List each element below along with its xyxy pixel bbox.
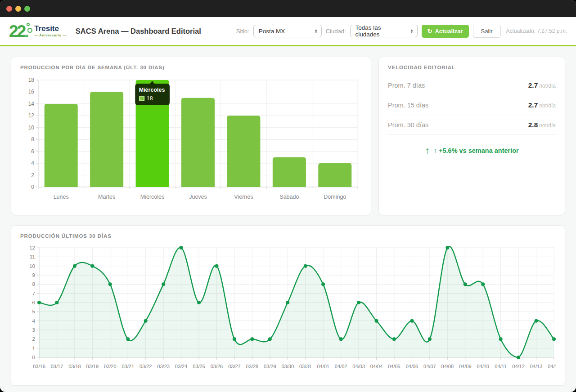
svg-text:04/05: 04/05: [388, 364, 400, 369]
svg-text:5: 5: [32, 309, 35, 314]
svg-text:04/10: 04/10: [477, 364, 489, 369]
trend-up-arrow-icon: ↑: [425, 146, 430, 155]
tresite-logo: 22 Tresite — Aniversario —: [9, 22, 67, 40]
svg-text:04/09: 04/09: [459, 364, 472, 369]
city-select-value: Todas las ciudades: [356, 24, 407, 38]
svg-text:Martes: Martes: [98, 194, 115, 200]
svg-text:Miércoles: Miércoles: [140, 194, 165, 200]
svg-text:3: 3: [32, 327, 35, 333]
refresh-icon: ↻: [428, 28, 432, 35]
velocity-card-title: VELOCIDAD EDITORIAL: [388, 65, 556, 70]
svg-text:04/12: 04/12: [512, 364, 525, 369]
logo-bubbles-icon: [26, 22, 33, 40]
svg-text:04/01: 04/01: [317, 364, 329, 369]
svg-text:03/19: 03/19: [86, 364, 99, 369]
refresh-button-label: Actualizar: [435, 28, 463, 35]
svg-text:03/24: 03/24: [175, 364, 188, 369]
svg-text:03/30: 03/30: [282, 364, 294, 369]
refresh-button[interactable]: ↻ Actualizar: [422, 25, 469, 38]
velocity-row-value: 2.7: [528, 101, 538, 109]
logo-brand-name: Tresite: [34, 25, 67, 33]
velocity-row-30d: Prom. 30 días 2.8not/día: [388, 115, 556, 135]
svg-text:6: 6: [31, 148, 34, 155]
velocity-row-label: Prom. 15 días: [388, 102, 428, 109]
svg-text:14: 14: [28, 101, 35, 107]
site-select-label: Sitio:: [236, 28, 249, 35]
app-window: 22 Tresite — Aniversario — SACS Arena — …: [0, 0, 576, 392]
bar-tooltip-swatch: [139, 96, 144, 101]
logout-button[interactable]: Salir: [473, 25, 501, 38]
logo-number: 22: [9, 23, 25, 40]
svg-text:04/07: 04/07: [423, 364, 436, 369]
svg-text:04/11: 04/11: [495, 364, 507, 369]
svg-text:04/04: 04/04: [370, 364, 383, 369]
svg-text:4: 4: [31, 160, 34, 166]
weekday-bar-chart[interactable]: 024681012141618LunesMartesMiércolesJueve…: [20, 76, 362, 209]
svg-text:12: 12: [28, 112, 35, 119]
city-select-label: Ciudad:: [326, 28, 346, 35]
zoom-window-icon[interactable]: [24, 6, 30, 12]
svg-text:0: 0: [31, 184, 34, 190]
dashboard-main: PRODUCCIÓN POR DÍA DE SEMANA (ÚLT. 30 DÍ…: [0, 46, 576, 392]
city-select[interactable]: Todas las ciudades ▲ ▼: [350, 25, 418, 37]
site-select[interactable]: Posta MX ▲ ▼: [253, 25, 322, 37]
daily-line-chart[interactable]: 012345678910111203/1603/1703/1803/1903/2…: [20, 244, 556, 379]
svg-text:16: 16: [28, 89, 35, 95]
svg-text:2: 2: [31, 172, 34, 178]
svg-text:04/02: 04/02: [335, 364, 347, 369]
last-updated-text: Actualizado: 7:27:52 p.m.: [506, 28, 567, 34]
svg-text:Lunes: Lunes: [54, 194, 69, 200]
weekday-production-card: PRODUCCIÓN POR DÍA DE SEMANA (ÚLT. 30 DÍ…: [11, 57, 371, 215]
svg-text:04/13: 04/13: [530, 364, 543, 369]
trend-text: ↑ +5.6% vs semana anterior: [434, 147, 519, 154]
svg-text:04/08: 04/08: [441, 364, 454, 369]
svg-text:03/22: 03/22: [140, 364, 152, 369]
app-header: 22 Tresite — Aniversario — SACS Arena — …: [0, 17, 576, 45]
svg-text:Viernes: Viernes: [234, 194, 253, 200]
velocity-row-unit: not/día: [539, 102, 556, 109]
svg-text:04/06: 04/06: [406, 364, 418, 369]
svg-text:0: 0: [32, 355, 35, 360]
window-titlebar: [0, 0, 576, 17]
svg-text:03/28: 03/28: [246, 364, 259, 369]
svg-text:04/14: 04/14: [548, 364, 556, 369]
close-window-icon[interactable]: [6, 6, 12, 12]
velocity-row-7d: Prom. 7 días 2.7not/día: [388, 76, 556, 95]
svg-text:10: 10: [28, 125, 35, 131]
velocity-row-value: 2.7: [528, 81, 538, 89]
velocity-row-value: 2.8: [528, 121, 538, 129]
svg-text:Sábado: Sábado: [279, 194, 299, 200]
site-select-value: Posta MX: [259, 28, 285, 35]
svg-text:Jueves: Jueves: [189, 194, 207, 200]
velocity-row-label: Prom. 30 días: [388, 121, 428, 129]
svg-text:Domingo: Domingo: [324, 194, 346, 200]
svg-text:03/23: 03/23: [157, 364, 170, 369]
svg-text:10: 10: [29, 263, 35, 269]
logo-tagline: — Aniversario —: [34, 33, 67, 37]
velocity-row-unit: not/día: [539, 83, 556, 89]
weekly-trend-indicator: ↑ ↑ +5.6% vs semana anterior: [388, 146, 556, 155]
svg-text:8: 8: [32, 281, 35, 287]
minimize-window-icon[interactable]: [15, 6, 21, 12]
velocity-row-15d: Prom. 15 días 2.7not/día: [388, 95, 556, 115]
svg-text:03/16: 03/16: [33, 364, 45, 369]
svg-text:12: 12: [29, 245, 35, 250]
page-title: SACS Arena — Dashboard Editorial: [76, 27, 201, 36]
velocity-row-label: Prom. 7 días: [388, 82, 425, 89]
bar-tooltip-label: Miércoles: [139, 87, 165, 93]
editorial-velocity-card: VELOCIDAD EDITORIAL Prom. 7 días 2.7not/…: [378, 57, 565, 215]
line-chart-svg[interactable]: 012345678910111203/1603/1703/1803/1903/2…: [20, 244, 556, 377]
daily-production-card: PRODUCCIÓN ÚLTIMOS 30 DÍAS 0123456789101…: [11, 225, 565, 386]
select-chevrons-icon: ▲ ▼: [410, 29, 414, 33]
svg-text:7: 7: [32, 291, 35, 296]
header-controls: Sitio: Posta MX ▲ ▼ Ciudad: Todas las ci…: [236, 25, 567, 38]
svg-text:03/18: 03/18: [68, 364, 81, 369]
bar-chart-svg[interactable]: 024681012141618LunesMartesMiércolesJueve…: [20, 76, 361, 207]
svg-text:1: 1: [32, 346, 35, 351]
svg-text:03/17: 03/17: [51, 364, 63, 369]
svg-text:03/21: 03/21: [122, 364, 134, 369]
weekday-card-title: PRODUCCIÓN POR DÍA DE SEMANA (ÚLT. 30 DÍ…: [20, 65, 362, 70]
logout-button-label: Salir: [481, 28, 493, 35]
svg-text:6: 6: [32, 300, 35, 305]
svg-text:03/31: 03/31: [299, 364, 312, 369]
